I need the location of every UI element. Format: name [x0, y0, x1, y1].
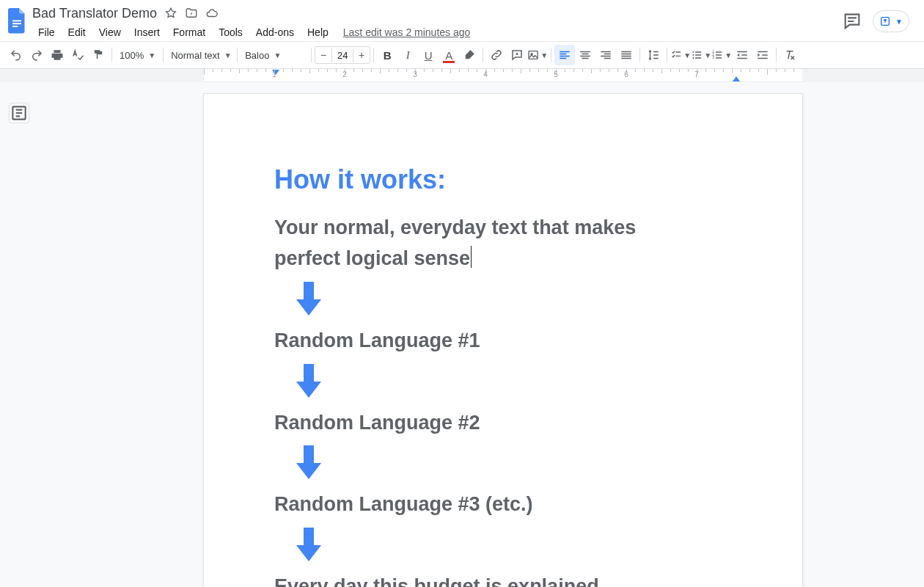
italic-button[interactable]: I	[397, 45, 418, 65]
separator	[483, 48, 483, 62]
font-size-control: − 24 +	[315, 46, 370, 64]
caret-down-icon: ▼	[725, 51, 732, 59]
svg-point-7	[693, 54, 694, 56]
last-edit-link[interactable]: Last edit was 2 minutes ago	[343, 26, 471, 38]
clear-formatting-button[interactable]	[780, 45, 800, 65]
svg-text:3: 3	[712, 56, 714, 59]
insert-link-button[interactable]	[486, 45, 507, 65]
svg-point-8	[693, 57, 694, 59]
zoom-value: 100%	[120, 50, 144, 61]
bold-button[interactable]: B	[377, 45, 397, 65]
title-bar: Bad Translator Demo File Edit View Inser…	[0, 0, 924, 41]
move-folder-icon[interactable]	[185, 7, 198, 20]
redo-button[interactable]	[26, 45, 47, 65]
doc-intro-line1[interactable]: Your normal, everyday text that makes	[274, 213, 732, 244]
menu-format[interactable]: Format	[167, 25, 211, 40]
style-select[interactable]: Normal text▼	[166, 45, 234, 65]
ruler-number: 2	[342, 70, 347, 79]
menu-insert[interactable]: Insert	[128, 25, 166, 40]
menu-tools[interactable]: Tools	[213, 25, 249, 40]
insert-image-button[interactable]: ▼	[527, 45, 548, 65]
ruler-number: 7	[694, 70, 699, 79]
docs-logo-icon[interactable]	[4, 4, 29, 37]
separator	[667, 48, 667, 62]
arrow-down-icon	[293, 280, 732, 320]
bulleted-list-button[interactable]: ▼	[691, 45, 711, 65]
align-left-button[interactable]	[554, 45, 575, 65]
zoom-select[interactable]: 100%▼	[115, 45, 160, 65]
separator	[639, 48, 640, 62]
comments-history-icon[interactable]	[842, 11, 862, 32]
align-right-button[interactable]	[595, 45, 616, 65]
title-row: Bad Translator Demo	[32, 4, 842, 22]
doc-title[interactable]: Bad Translator Demo	[32, 6, 157, 21]
arrow-down-icon	[293, 444, 732, 484]
separator	[111, 48, 112, 62]
text-color-button[interactable]: A	[439, 45, 459, 65]
separator	[776, 48, 777, 62]
ruler-track	[204, 73, 802, 79]
share-button[interactable]: ▼	[873, 10, 909, 32]
font-size-input[interactable]: 24	[331, 48, 353, 62]
font-select[interactable]: Baloo▼	[241, 45, 308, 65]
page-content[interactable]: How it works: Your normal, everyday text…	[204, 94, 802, 587]
menu-view[interactable]: View	[93, 25, 127, 40]
caret-down-icon: ▼	[148, 51, 155, 59]
star-icon[interactable]	[164, 7, 177, 20]
caret-down-icon: ▼	[224, 51, 232, 59]
toolbar: 100%▼ Normal text▼ Baloo▼ − 24 + B I U A…	[0, 41, 924, 69]
text-cursor	[471, 246, 472, 268]
svg-rect-4	[529, 51, 538, 59]
paint-format-button[interactable]	[88, 45, 109, 65]
ruler[interactable]: 1234567	[0, 69, 924, 82]
separator	[551, 48, 551, 62]
menu-file[interactable]: File	[32, 25, 61, 40]
font-size-increase[interactable]: +	[353, 49, 370, 61]
numbered-list-button[interactable]: 123▼	[711, 45, 732, 65]
decrease-indent-button[interactable]	[732, 45, 752, 65]
doc-heading[interactable]: How it works:	[274, 164, 732, 195]
font-value: Baloo	[245, 50, 269, 61]
arrow-down-icon	[293, 526, 732, 566]
align-justify-button[interactable]	[616, 45, 637, 65]
line-spacing-button[interactable]	[643, 45, 664, 65]
menu-help[interactable]: Help	[301, 25, 334, 40]
highlight-button[interactable]	[459, 45, 480, 65]
print-button[interactable]	[47, 45, 67, 65]
ruler-number: 4	[483, 70, 488, 79]
separator	[163, 48, 164, 62]
title-area: Bad Translator Demo File Edit View Inser…	[29, 4, 842, 41]
add-comment-button[interactable]	[507, 45, 527, 65]
undo-button[interactable]	[6, 45, 26, 65]
svg-rect-1	[12, 23, 21, 24]
caret-down-icon: ▼	[895, 18, 903, 26]
underline-button[interactable]: U	[418, 45, 439, 65]
svg-rect-2	[12, 26, 18, 27]
title-right: ▼	[842, 4, 917, 32]
doc-step3[interactable]: Random Language #3 (etc.)	[274, 489, 732, 520]
caret-down-icon: ▼	[683, 51, 691, 59]
outline-panel	[9, 103, 29, 123]
outline-toggle-icon[interactable]	[9, 103, 29, 123]
ruler-number: 6	[624, 70, 628, 79]
menu-edit[interactable]: Edit	[62, 25, 92, 40]
style-value: Normal text	[171, 50, 219, 61]
spellcheck-button[interactable]	[67, 45, 88, 65]
separator	[237, 48, 238, 62]
cloud-saved-icon[interactable]	[205, 7, 219, 20]
workspace: How it works: Your normal, everyday text…	[0, 82, 924, 587]
doc-step1[interactable]: Random Language #1	[274, 326, 732, 357]
menu-addons[interactable]: Add-ons	[250, 25, 300, 40]
increase-indent-button[interactable]	[752, 45, 773, 65]
doc-intro-line2[interactable]: perfect logical sense	[274, 244, 732, 274]
align-center-button[interactable]	[575, 45, 595, 65]
document-page[interactable]: How it works: Your normal, everyday text…	[204, 94, 802, 587]
ruler-number: 3	[413, 70, 417, 79]
doc-result[interactable]: Every day this budget is explained	[274, 572, 732, 587]
checklist-button[interactable]: ▼	[670, 45, 691, 65]
menu-bar: File Edit View Insert Format Tools Add-o…	[32, 23, 842, 41]
doc-step2[interactable]: Random Language #2	[274, 408, 732, 439]
font-size-decrease[interactable]: −	[315, 49, 331, 61]
arrow-down-icon	[293, 362, 732, 402]
caret-down-icon: ▼	[274, 51, 281, 59]
